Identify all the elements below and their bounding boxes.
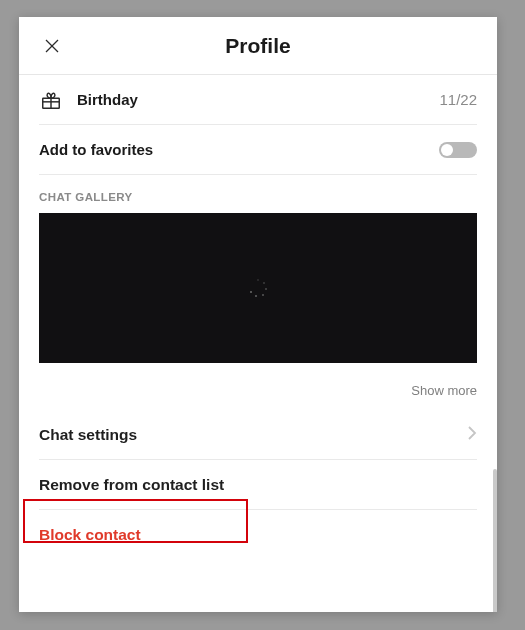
remove-contact-label: Remove from contact list — [39, 476, 224, 494]
birthday-label: Birthday — [77, 91, 138, 108]
remove-contact-row[interactable]: Remove from contact list — [39, 460, 477, 510]
loading-spinner-icon — [249, 279, 267, 297]
gift-icon — [39, 88, 63, 112]
close-button[interactable] — [41, 35, 63, 57]
birthday-value: 11/22 — [439, 91, 477, 108]
gallery-section-title: CHAT GALLERY — [39, 175, 477, 213]
scrollbar[interactable] — [493, 469, 497, 612]
chat-settings-row[interactable]: Chat settings — [39, 410, 477, 460]
favorites-toggle[interactable] — [439, 142, 477, 158]
toggle-knob — [441, 144, 453, 156]
birthday-row[interactable]: Birthday 11/22 — [39, 75, 477, 125]
page-title: Profile — [225, 34, 290, 58]
show-more-link[interactable]: Show more — [39, 363, 477, 410]
header: Profile — [19, 17, 497, 75]
favorites-label: Add to favorites — [39, 141, 153, 158]
chevron-right-icon — [467, 425, 477, 445]
content: Birthday 11/22 Add to favorites CHAT GAL… — [19, 75, 497, 612]
chat-gallery — [39, 213, 477, 363]
profile-modal: Profile Birthday 11/22 Add to favorites — [19, 17, 497, 612]
block-contact-row[interactable]: Block contact — [39, 510, 477, 560]
close-icon — [44, 38, 60, 54]
chat-settings-label: Chat settings — [39, 426, 137, 444]
favorites-row: Add to favorites — [39, 125, 477, 175]
block-contact-label: Block contact — [39, 526, 141, 544]
